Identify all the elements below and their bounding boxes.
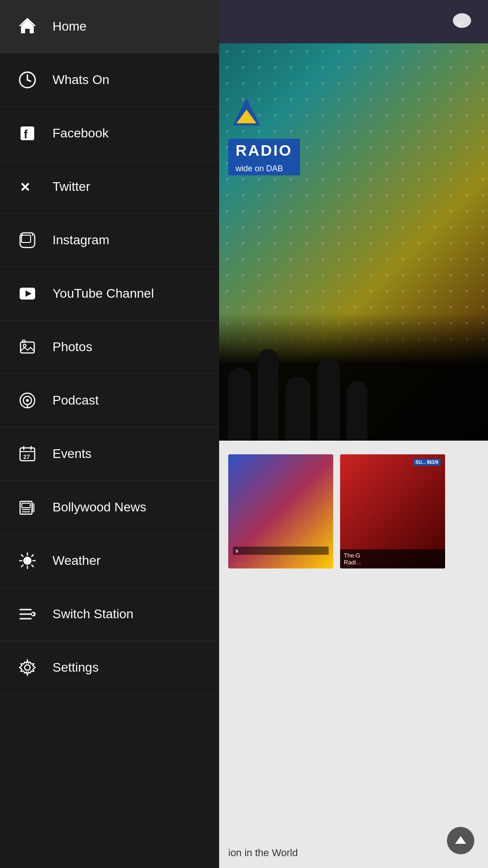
twitter-icon: ✕ [14,173,41,200]
podcast-icon [14,387,41,414]
cards-row: s SU... 963/9 The GRadi... [228,454,479,568]
dab-text: wide on DAB [228,162,300,175]
sidebar-item-photos[interactable]: Photos [0,321,219,374]
news-icon [14,494,41,521]
podcast-label: Podcast [52,393,99,408]
events-icon: 27 [14,440,41,468]
instagram-icon [14,226,41,254]
instagram-label: Instagram [52,233,110,247]
top-bar [219,0,488,43]
switch-icon [14,600,41,628]
card2-label: The GRadi... [340,549,445,568]
facebook-icon: f [14,120,41,147]
sidebar-item-podcast[interactable]: Podcast [0,374,219,427]
home-icon [14,13,41,40]
weather-icon [14,547,41,574]
twitter-label: Twitter [52,179,90,194]
svg-text:f: f [24,127,28,141]
svg-text:✕: ✕ [20,180,30,195]
sidebar-item-youtube[interactable]: YouTube Channel [0,267,219,321]
svg-rect-35 [32,503,35,512]
card1-label: s [233,547,329,555]
sidebar-item-instagram[interactable]: Instagram [0,214,219,267]
svg-rect-32 [22,503,30,508]
content-area: s SU... 963/9 The GRadi... [219,441,488,868]
photos-label: Photos [52,340,92,354]
sidebar: Home Whats On f Facebook ✕ Twitter [0,0,219,868]
svg-point-24 [26,399,29,402]
svg-point-0 [453,13,471,28]
sidebar-item-home[interactable]: Home [0,0,219,53]
svg-point-20 [23,344,26,347]
svg-text:27: 27 [23,453,30,460]
svg-rect-14 [21,235,31,242]
sidebar-item-twitter[interactable]: ✕ Twitter [0,160,219,214]
sidebar-item-events[interactable]: 27 Events [0,427,219,481]
bottom-text: ion in the World [228,847,298,859]
scroll-up-button[interactable] [447,827,474,854]
svg-point-36 [23,557,31,565]
svg-point-50 [25,665,30,670]
home-label: Home [52,19,87,34]
whats-on-label: Whats On [52,73,109,87]
weather-label: Weather [52,553,100,568]
svg-line-9 [27,80,31,81]
svg-marker-5 [21,20,34,33]
youtube-label: YouTube Channel [52,286,154,301]
card-radio[interactable]: SU... 963/9 The GRadi... [340,454,445,568]
svg-rect-21 [22,340,25,342]
facebook-label: Facebook [52,126,109,141]
card-bollywood[interactable]: s [228,454,333,568]
youtube-icon [14,280,41,307]
card-badge: SU... 963/9 [413,459,441,466]
sidebar-item-whats-on[interactable]: Whats On [0,53,219,107]
photos-icon [14,333,41,361]
sidebar-item-facebook[interactable]: f Facebook [0,107,219,160]
hero-image: RADIO wide on DAB [219,43,488,441]
settings-label: Settings [52,660,99,675]
svg-rect-19 [21,342,34,353]
svg-marker-4 [455,836,466,844]
radio-text: RADIO [228,139,300,162]
svg-line-42 [32,565,34,567]
bollywood-label: Bollywood News [52,500,146,515]
clock-icon [14,66,41,94]
sidebar-item-settings[interactable]: Settings [0,641,219,694]
sidebar-item-weather[interactable]: Weather [0,534,219,588]
switch-label: Switch Station [52,607,133,621]
silhouette-overlay [219,313,488,441]
events-label: Events [52,447,92,461]
settings-icon [14,654,41,681]
sidebar-item-switch[interactable]: Switch Station [0,588,219,641]
svg-line-43 [32,555,34,557]
radio-logo: RADIO wide on DAB [228,98,300,175]
svg-line-44 [21,565,23,567]
svg-line-41 [21,555,23,557]
chat-icon[interactable] [449,9,474,34]
sidebar-item-bollywood[interactable]: Bollywood News [0,481,219,534]
